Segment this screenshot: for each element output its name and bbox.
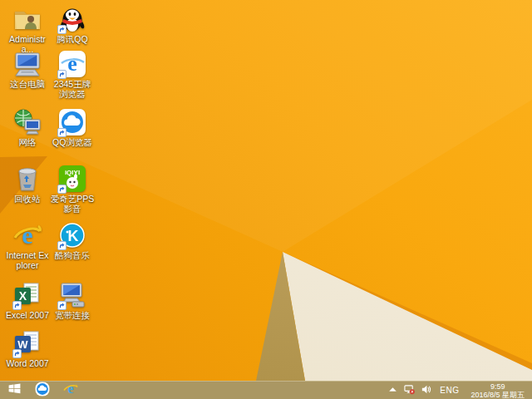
speaker-icon (421, 383, 431, 398)
desktop-icon-browser-2345[interactable]: e2345王牌浏览器 (50, 50, 95, 99)
windows-desktop: Administra...腾讯QQ这台电脑e2345王牌浏览器网络QQ浏览器回收… (0, 0, 532, 399)
language-indicator[interactable]: ENG (437, 386, 461, 395)
desktop-icon-label: 爱奇艺PPS 影音 (50, 194, 95, 214)
desktop-icon-ie[interactable]: eInternet Explorer (5, 221, 50, 270)
desktop-icon-label: QQ浏览器 (52, 137, 92, 147)
desktop-icon-label: Excel 2007 (6, 310, 49, 320)
clock-date: 2016/8/5 星期五 (470, 391, 525, 399)
desktop-icon-label: Word 2007 (6, 358, 48, 368)
tray-icons (387, 383, 431, 398)
start-button[interactable] (0, 382, 28, 399)
shortcut-arrow-icon (57, 70, 66, 79)
shortcut-arrow-icon (57, 301, 66, 310)
word-icon: W (13, 329, 42, 357)
desktop-icon-label: 宽带连接 (55, 310, 90, 320)
desktop-icon-word[interactable]: WWord 2007 (5, 329, 50, 368)
ie-icon: e (63, 382, 78, 399)
chevron-up-icon (387, 383, 398, 398)
system-tray: ENG 9:59 2016/8/5 星期五 (387, 382, 532, 399)
desktop-icon-network[interactable]: 网络 (5, 108, 50, 147)
qq-browser-icon (35, 382, 50, 399)
desktop-icon-label: 酷狗音乐 (55, 250, 90, 260)
desktop-icon-label: 回收站 (14, 194, 41, 204)
desktop-icon-qq-browser[interactable]: QQ浏览器 (50, 108, 95, 147)
excel-icon: X (13, 281, 42, 309)
computer-icon (13, 50, 42, 78)
desktop-icon-label: 2345王牌浏览器 (50, 79, 95, 99)
desktop-icon-qq[interactable]: 腾讯QQ (50, 5, 95, 44)
desktop-icon-excel[interactable]: XExcel 2007 (5, 281, 50, 320)
iqiyi-pps-icon: iQIYI (58, 165, 86, 193)
network-icon (13, 108, 42, 136)
desktop-icon-label: Internet Explorer (5, 250, 50, 270)
tray-chevron-up[interactable] (387, 383, 398, 398)
shortcut-arrow-icon (12, 349, 22, 358)
clock[interactable]: 9:59 2016/8/5 星期五 (467, 382, 528, 399)
shortcut-arrow-icon (12, 301, 22, 310)
desktop-icon-label: 这台电脑 (10, 79, 45, 89)
shortcut-arrow-icon (57, 128, 66, 137)
desktop-icon-kugou[interactable]: K酷狗音乐 (50, 221, 95, 260)
wallpaper: Administra...腾讯QQ这台电脑e2345王牌浏览器网络QQ浏览器回收… (0, 0, 532, 381)
clock-time: 9:59 (490, 382, 505, 391)
desktop-icon-iqiyi-pps[interactable]: iQIYI爱奇艺PPS 影音 (50, 165, 95, 214)
desktop-icon-computer[interactable]: 这台电脑 (5, 50, 50, 89)
svg-text:e: e (67, 52, 77, 76)
shortcut-arrow-icon (57, 185, 66, 194)
desktop-icon-grid: Administra...腾讯QQ这台电脑e2345王牌浏览器网络QQ浏览器回收… (5, 0, 105, 381)
qq-browser-icon (58, 108, 86, 136)
taskbar-pinned-ie[interactable]: e (57, 382, 85, 399)
qq-icon (58, 5, 86, 33)
tray-network-error[interactable] (404, 383, 415, 398)
broadband-icon (58, 281, 86, 309)
kugou-icon: K (58, 221, 86, 249)
desktop-icon-user-folder[interactable]: Administra... (5, 5, 50, 54)
tray-speaker[interactable] (421, 383, 431, 398)
taskbar-pinned-apps: e (28, 382, 85, 399)
desktop-icon-recycle-bin[interactable]: 回收站 (5, 165, 50, 204)
taskbar-pinned-qq-browser[interactable] (28, 382, 57, 399)
shortcut-arrow-icon (57, 25, 66, 34)
shortcut-arrow-icon (57, 241, 66, 250)
svg-text:e: e (67, 382, 73, 396)
windows-logo-icon (7, 382, 22, 399)
taskbar: e ENG 9:59 2016/8/5 星期五 (0, 381, 532, 399)
svg-text:e: e (22, 221, 32, 249)
ie-icon: e (13, 221, 42, 249)
svg-text:K: K (68, 228, 79, 244)
taskbar-left: e (0, 382, 85, 399)
network-error-icon (404, 383, 415, 398)
user-folder-icon (13, 5, 42, 33)
svg-text:iQIYI: iQIYI (65, 169, 80, 176)
browser-2345-icon: e (58, 50, 86, 78)
recycle-bin-icon (13, 165, 42, 193)
desktop-icon-label: 腾讯QQ (57, 34, 87, 44)
desktop-icon-broadband[interactable]: 宽带连接 (50, 281, 95, 320)
desktop-icon-label: 网络 (19, 137, 37, 147)
